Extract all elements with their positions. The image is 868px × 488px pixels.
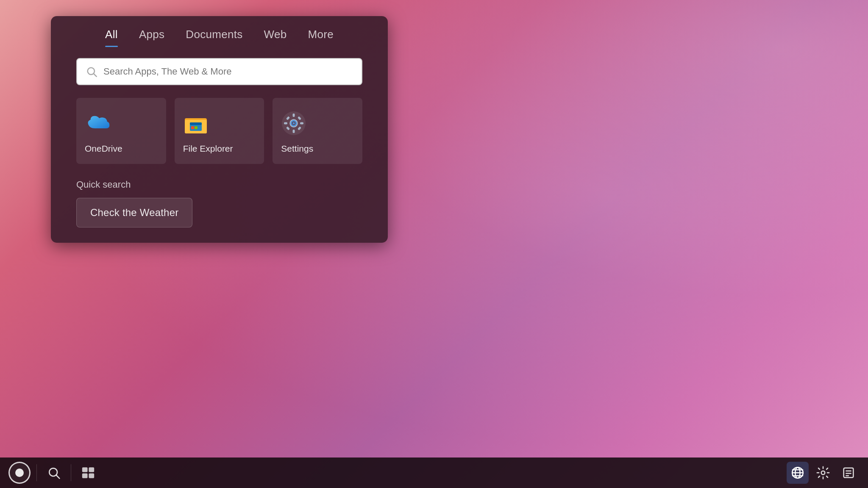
app-card-settings[interactable]: Settings	[273, 98, 362, 164]
start-button[interactable]	[8, 462, 31, 484]
search-panel: All Apps Documents Web More	[51, 16, 388, 243]
settings-icon-area	[281, 111, 306, 136]
taskbar-search-button[interactable]	[43, 462, 65, 484]
svg-rect-25	[89, 473, 94, 478]
taskbar-search-icon	[47, 466, 61, 480]
taskbar-task-view-icon	[81, 466, 95, 480]
start-btn-dot	[15, 469, 24, 477]
svg-rect-12	[284, 122, 287, 125]
taskbar-settings-button[interactable]	[812, 462, 834, 484]
svg-rect-24	[82, 473, 88, 478]
app-label-onedrive: OneDrive	[85, 144, 122, 154]
app-grid: OneDrive	[76, 98, 362, 164]
tab-all[interactable]: All	[105, 28, 118, 45]
svg-rect-5	[190, 122, 202, 125]
tab-apps[interactable]: Apps	[139, 28, 164, 45]
tab-documents[interactable]: Documents	[186, 28, 242, 45]
app-label-settings: Settings	[281, 144, 313, 154]
svg-rect-13	[300, 122, 303, 125]
taskbar-divider-1	[36, 464, 37, 481]
search-input[interactable]	[103, 66, 353, 77]
taskbar	[0, 458, 868, 488]
svg-point-31	[821, 471, 825, 475]
app-card-onedrive[interactable]: OneDrive	[76, 98, 166, 164]
settings-icon	[281, 111, 306, 136]
svg-rect-11	[293, 130, 295, 133]
taskbar-notification-button[interactable]	[837, 462, 860, 484]
svg-rect-10	[293, 114, 295, 117]
quick-search-section: Quick search Check the Weather	[76, 179, 362, 227]
svg-line-21	[56, 475, 59, 478]
tab-more[interactable]: More	[308, 28, 333, 45]
fileexplorer-icon-area	[183, 111, 209, 136]
tabs-container: All Apps Documents Web More	[51, 16, 388, 45]
start-btn-ring	[8, 462, 31, 484]
network-icon	[790, 466, 805, 480]
search-box-container	[76, 58, 362, 85]
svg-rect-6	[191, 126, 194, 129]
onedrive-icon-area	[85, 111, 110, 136]
taskbar-network-button[interactable]	[787, 462, 809, 484]
svg-rect-22	[82, 467, 88, 472]
taskbar-right-section	[787, 462, 860, 484]
svg-line-1	[94, 74, 96, 76]
app-card-file-explorer[interactable]: File Explorer	[175, 98, 264, 164]
taskbar-settings-icon	[816, 466, 830, 480]
svg-rect-23	[89, 467, 94, 472]
tab-web[interactable]: Web	[264, 28, 287, 45]
taskbar-divider-2	[71, 464, 71, 481]
taskbar-task-view-button[interactable]	[77, 462, 99, 484]
taskbar-notification-icon	[841, 466, 856, 480]
quick-search-label: Quick search	[76, 179, 362, 190]
fileexplorer-icon	[183, 111, 209, 135]
svg-point-19	[293, 122, 295, 125]
onedrive-icon	[85, 113, 110, 133]
app-label-file-explorer: File Explorer	[183, 144, 233, 154]
check-weather-button[interactable]: Check the Weather	[76, 198, 192, 227]
svg-rect-7	[195, 126, 198, 129]
search-icon	[86, 66, 97, 78]
search-box[interactable]	[76, 58, 362, 85]
